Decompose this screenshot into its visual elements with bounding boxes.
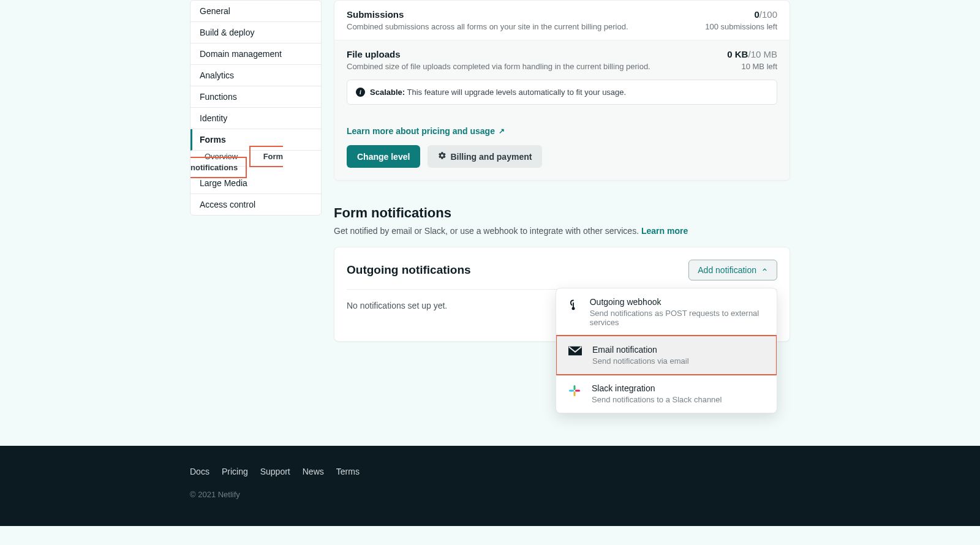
sidebar-item-functions[interactable]: Functions bbox=[190, 86, 321, 108]
sidebar-item-build-deploy[interactable]: Build & deploy bbox=[190, 22, 321, 43]
submissions-used: 0 bbox=[754, 9, 759, 20]
slack-icon bbox=[566, 383, 583, 397]
footer-link-support[interactable]: Support bbox=[260, 467, 290, 476]
billing-label: Billing and payment bbox=[450, 152, 532, 162]
settings-nav: General Build & deploy Domain management… bbox=[190, 0, 322, 216]
add-notification-label: Add notification bbox=[698, 265, 756, 275]
dropdown-item-slack[interactable]: Slack integration Send notifications to … bbox=[556, 375, 777, 413]
submissions-limit: /100 bbox=[760, 9, 777, 20]
svg-rect-5 bbox=[575, 390, 580, 392]
sidebar-item-general[interactable]: General bbox=[190, 1, 321, 22]
svg-rect-2 bbox=[574, 385, 576, 390]
form-notifications-subtext: Get notified by email or Slack, or use a… bbox=[334, 226, 790, 236]
uploads-used: 0 KB bbox=[727, 49, 748, 59]
submissions-desc: Combined submissions across all forms on… bbox=[347, 22, 628, 31]
main-content: Submissions Combined submissions across … bbox=[334, 0, 790, 409]
footer-link-terms[interactable]: Terms bbox=[336, 467, 360, 476]
uploads-desc: Combined size of file uploads completed … bbox=[347, 62, 650, 71]
learn-more-pricing-link[interactable]: Learn more about pricing and usage ↗ bbox=[347, 126, 505, 136]
sidebar-item-domain-management[interactable]: Domain management bbox=[190, 43, 321, 65]
scalable-text: This feature will upgrade levels automat… bbox=[407, 88, 626, 97]
dropdown-webhook-desc: Send notifications as POST requests to e… bbox=[590, 309, 767, 327]
change-level-button[interactable]: Change level bbox=[347, 145, 420, 168]
page-footer: Docs Pricing Support News Terms © 2021 N… bbox=[0, 446, 980, 526]
submissions-title: Submissions bbox=[347, 9, 628, 20]
dropdown-slack-title: Slack integration bbox=[592, 383, 722, 393]
settings-sidebar: General Build & deploy Domain management… bbox=[190, 0, 322, 409]
footer-links: Docs Pricing Support News Terms bbox=[190, 467, 790, 476]
dropdown-item-email[interactable]: Email notification Send notifications vi… bbox=[556, 335, 777, 375]
webhook-icon bbox=[566, 297, 581, 312]
uploads-remaining: 10 MB left bbox=[727, 62, 777, 71]
uploads-value: 0 KB/10 MB bbox=[727, 49, 777, 59]
learn-more-pricing-label: Learn more about pricing and usage bbox=[347, 126, 495, 136]
email-icon bbox=[567, 345, 584, 356]
submissions-value: 0/100 bbox=[705, 9, 777, 20]
dropdown-item-webhook[interactable]: Outgoing webhook Send notifications as P… bbox=[556, 288, 777, 336]
sidebar-item-analytics[interactable]: Analytics bbox=[190, 65, 321, 86]
dropdown-email-desc: Send notifications via email bbox=[592, 356, 689, 366]
uploads-title: File uploads bbox=[347, 49, 650, 59]
footer-link-pricing[interactable]: Pricing bbox=[222, 467, 248, 476]
add-notification-button[interactable]: Add notification bbox=[688, 260, 777, 280]
outgoing-notifications-title: Outgoing notifications bbox=[347, 263, 471, 277]
learn-more-link[interactable]: Learn more bbox=[641, 226, 688, 236]
dropdown-slack-desc: Send notifications to a Slack channel bbox=[592, 395, 722, 404]
billing-and-payment-button[interactable]: Billing and payment bbox=[428, 145, 542, 168]
sidebar-item-access-control[interactable]: Access control bbox=[190, 194, 321, 215]
dropdown-email-title: Email notification bbox=[592, 345, 689, 355]
external-link-icon: ↗ bbox=[499, 127, 505, 135]
uploads-limit: /10 MB bbox=[748, 49, 777, 59]
dropdown-webhook-title: Outgoing webhook bbox=[590, 297, 767, 307]
submissions-remaining: 100 submissions left bbox=[705, 22, 777, 31]
add-notification-dropdown: Outgoing webhook Send notifications as P… bbox=[556, 288, 777, 413]
form-notifications-subtext-text: Get notified by email or Slack, or use a… bbox=[334, 226, 641, 236]
footer-link-news[interactable]: News bbox=[303, 467, 324, 476]
scalable-notice: i Scalable: This feature will upgrade le… bbox=[347, 80, 777, 105]
footer-copyright: © 2021 Netlify bbox=[190, 490, 790, 499]
outgoing-notifications-card: Outgoing notifications Add notification … bbox=[334, 247, 790, 342]
usage-row-uploads: File uploads Combined size of file uploa… bbox=[334, 40, 790, 80]
usage-row-submissions: Submissions Combined submissions across … bbox=[334, 1, 790, 40]
svg-rect-4 bbox=[574, 391, 576, 396]
sidebar-item-identity[interactable]: Identity bbox=[190, 108, 321, 129]
gear-icon bbox=[438, 151, 447, 162]
form-notifications-heading: Form notifications bbox=[334, 205, 790, 221]
scalable-label: Scalable: bbox=[370, 88, 405, 97]
footer-link-docs[interactable]: Docs bbox=[190, 467, 209, 476]
info-icon: i bbox=[356, 88, 365, 97]
usage-card: Submissions Combined submissions across … bbox=[334, 0, 790, 181]
svg-rect-3 bbox=[569, 390, 574, 392]
chevron-up-icon bbox=[761, 265, 768, 275]
